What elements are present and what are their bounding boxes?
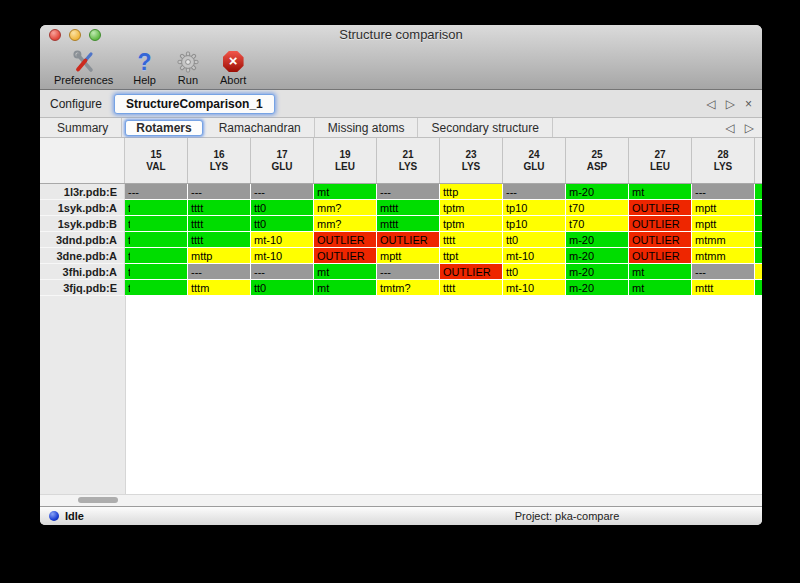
preferences-button[interactable]: Preferences [54, 49, 113, 86]
rotamer-cell[interactable]: mtmm [692, 248, 755, 264]
scrollbar-thumb[interactable] [78, 497, 118, 503]
rotamer-cell[interactable]: m-20 [566, 184, 629, 200]
close-window-button[interactable] [49, 29, 61, 41]
rotamer-cell[interactable]: tttp [440, 184, 503, 200]
rotamer-cell[interactable]: t [125, 216, 188, 232]
rotamer-cell[interactable]: tttt [440, 280, 503, 296]
toolbar-label: Preferences [54, 74, 113, 86]
abort-button[interactable]: × Abort [220, 49, 246, 86]
minimize-window-button[interactable] [69, 29, 81, 41]
tab-scroll-left-icon[interactable]: ◁ [707, 97, 716, 111]
rotamer-cell[interactable]: OUTLIER [440, 264, 503, 280]
rotamer-cell[interactable]: tttt [188, 216, 251, 232]
rotamer-cell[interactable]: mt [629, 184, 692, 200]
rotamer-cell[interactable]: OUTLIER [629, 216, 692, 232]
rotamer-cell-partial[interactable] [755, 280, 762, 296]
rotamer-cell[interactable]: tt0 [251, 280, 314, 296]
rotamer-cell[interactable]: mt-10 [251, 248, 314, 264]
rotamer-cell[interactable]: mt-10 [503, 280, 566, 296]
help-button[interactable]: ? Help [133, 49, 156, 86]
rotamer-cell-partial[interactable] [755, 264, 762, 280]
rotamer-cell[interactable]: mttt [377, 200, 440, 216]
rotamer-cell[interactable]: t70 [566, 200, 629, 216]
rotamer-cell[interactable]: tp10 [503, 200, 566, 216]
rotamer-cell[interactable]: tptm [440, 200, 503, 216]
rotamer-cell[interactable]: --- [377, 264, 440, 280]
run-button[interactable]: Run [176, 49, 200, 86]
rotamer-cell-partial[interactable] [755, 216, 762, 232]
tab-secondary-structure[interactable]: Secondary structure [418, 118, 552, 137]
rotamer-cell[interactable]: tt0 [251, 216, 314, 232]
rotamer-cell[interactable]: OUTLIER [629, 232, 692, 248]
rotamer-cell[interactable]: tttt [188, 200, 251, 216]
tab-summary[interactable]: Summary [44, 118, 122, 137]
rotamer-cell[interactable]: tt0 [251, 200, 314, 216]
rotamer-cell-partial[interactable] [755, 200, 762, 216]
rotamer-cell[interactable]: mptt [692, 216, 755, 232]
rotamer-cell[interactable]: t [125, 248, 188, 264]
rotamer-cell[interactable]: mptt [692, 200, 755, 216]
rotamer-cell[interactable]: m-20 [566, 248, 629, 264]
zoom-window-button[interactable] [89, 29, 101, 41]
rotamer-cell[interactable]: tt0 [503, 264, 566, 280]
tab-rotamers[interactable]: Rotamers [125, 120, 202, 136]
rotamer-cell[interactable]: --- [251, 264, 314, 280]
rotamer-cell[interactable]: m-20 [566, 232, 629, 248]
rotamer-cell[interactable]: tttt [440, 232, 503, 248]
rotamer-cell[interactable]: mttt [377, 216, 440, 232]
rotamer-cell[interactable]: t [125, 280, 188, 296]
rotamer-cell[interactable]: --- [251, 184, 314, 200]
tab-ramachandran[interactable]: Ramachandran [206, 118, 315, 137]
rotamer-cell[interactable]: tmtm? [377, 280, 440, 296]
rotamer-cell[interactable]: mt [314, 264, 377, 280]
rotamer-cell[interactable]: mtmm [692, 232, 755, 248]
rotamer-cell[interactable]: tttt [188, 232, 251, 248]
rotamer-cell[interactable]: mt [314, 280, 377, 296]
configure-tab-structurecomparison-1[interactable]: StructureComparison_1 [114, 94, 275, 114]
rotamer-cell[interactable]: tp10 [503, 216, 566, 232]
rotamer-cell[interactable]: ttpt [440, 248, 503, 264]
rotamer-cell[interactable]: t [125, 200, 188, 216]
rotamer-cell[interactable]: mttp [188, 248, 251, 264]
rotamer-cell-partial[interactable] [755, 184, 762, 200]
rotamer-cell[interactable]: mttt [692, 280, 755, 296]
rotamer-cell[interactable]: mt-10 [503, 248, 566, 264]
rotamer-cell[interactable]: mptt [377, 248, 440, 264]
rotamer-cell[interactable]: t [125, 264, 188, 280]
rotamer-cell-partial[interactable] [755, 248, 762, 264]
rotamer-cell[interactable]: --- [503, 184, 566, 200]
rotamer-cell[interactable]: --- [692, 184, 755, 200]
rotamer-cell[interactable]: --- [692, 264, 755, 280]
rotamer-cell[interactable]: mt [629, 264, 692, 280]
rotamer-cell[interactable]: tt0 [503, 232, 566, 248]
rotamer-cell[interactable]: mt-10 [251, 232, 314, 248]
title-bar[interactable]: Structure comparison [40, 25, 762, 45]
rotamer-cell[interactable]: tttm [188, 280, 251, 296]
rotamer-cell[interactable]: OUTLIER [314, 248, 377, 264]
close-tab-icon[interactable]: × [745, 97, 752, 111]
tab-missing-atoms[interactable]: Missing atoms [315, 118, 419, 137]
rotamer-cell[interactable]: mt [629, 280, 692, 296]
rotamer-cell[interactable]: mm? [314, 200, 377, 216]
rotamer-cell[interactable]: t70 [566, 216, 629, 232]
tab-scroll-right-icon[interactable]: ▷ [745, 121, 754, 135]
rotamer-cell[interactable]: mt [314, 184, 377, 200]
rotamer-cell-partial[interactable] [755, 232, 762, 248]
tab-scroll-left-icon[interactable]: ◁ [726, 121, 735, 135]
rotamer-cell[interactable]: OUTLIER [377, 232, 440, 248]
rotamer-cell[interactable]: t [125, 232, 188, 248]
rotamer-cell[interactable]: --- [377, 184, 440, 200]
rotamer-cell[interactable]: OUTLIER [629, 200, 692, 216]
rotamer-cell[interactable]: mm? [314, 216, 377, 232]
rotamer-cell[interactable]: --- [188, 264, 251, 280]
rotamer-cell[interactable]: --- [125, 184, 188, 200]
rotamer-cell[interactable]: --- [188, 184, 251, 200]
rotamer-cell[interactable]: OUTLIER [314, 232, 377, 248]
rotamer-cell[interactable]: m-20 [566, 280, 629, 296]
horizontal-scrollbar[interactable] [40, 494, 762, 506]
report-tabs: Summary Rotamers Ramachandran Missing at… [40, 118, 762, 138]
tab-scroll-right-icon[interactable]: ▷ [726, 97, 735, 111]
rotamer-cell[interactable]: OUTLIER [629, 248, 692, 264]
rotamer-cell[interactable]: tptm [440, 216, 503, 232]
rotamer-cell[interactable]: m-20 [566, 264, 629, 280]
